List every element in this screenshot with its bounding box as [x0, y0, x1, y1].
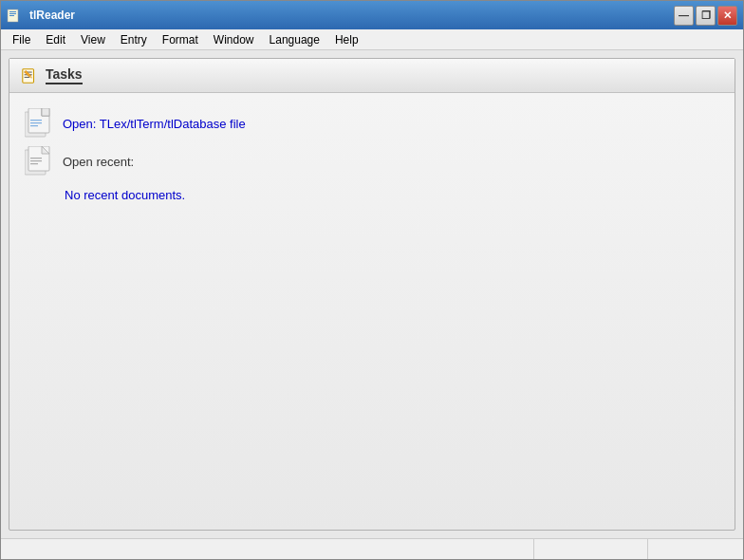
menu-format[interactable]: Format — [155, 31, 206, 48]
open-recent-icon — [25, 146, 53, 177]
menu-language[interactable]: Language — [262, 31, 327, 48]
svg-rect-16 — [30, 122, 42, 123]
open-recent-label: Open recent: — [63, 155, 134, 169]
tasks-title: Tasks — [46, 66, 83, 84]
open-recent-task[interactable]: Open recent: — [25, 146, 719, 177]
svg-rect-3 — [9, 15, 14, 16]
window-title: tlReader — [29, 9, 670, 22]
open-file-link[interactable]: Open: TLex/tlTerm/tlDatabase file — [63, 117, 246, 131]
main-area: Tasks — [1, 50, 743, 538]
open-file-task[interactable]: Open: TLex/tlTerm/tlDatabase file — [25, 108, 719, 139]
tasks-pencil-icon — [21, 67, 38, 84]
tasks-header: Tasks — [9, 59, 735, 93]
status-bar — [1, 538, 743, 559]
svg-rect-14 — [42, 108, 49, 116]
menu-view[interactable]: View — [73, 31, 113, 48]
svg-rect-15 — [30, 120, 42, 121]
menu-edit[interactable]: Edit — [38, 31, 73, 48]
svg-rect-1 — [9, 11, 16, 12]
svg-rect-22 — [30, 160, 42, 161]
main-window: tlReader — ❐ ✕ File Edit View Entry Form… — [0, 0, 744, 560]
menu-file[interactable]: File — [5, 31, 38, 48]
app-icon — [7, 8, 22, 23]
task-list: Open: TLex/tlTerm/tlDatabase file Op — [9, 93, 735, 221]
svg-rect-7 — [25, 76, 29, 77]
no-recent-text: No recent documents. — [25, 184, 719, 206]
menu-help[interactable]: Help — [327, 31, 366, 48]
menu-entry[interactable]: Entry — [113, 31, 155, 48]
content-panel: Tasks — [9, 58, 735, 531]
svg-rect-23 — [30, 163, 38, 164]
open-file-icon — [25, 108, 53, 139]
window-controls: — ❐ ✕ — [674, 6, 737, 26]
svg-rect-2 — [9, 13, 16, 14]
minimize-button[interactable]: — — [674, 6, 694, 26]
svg-rect-17 — [30, 125, 38, 126]
status-pane-2 — [534, 539, 648, 559]
status-pane-1 — [1, 539, 534, 559]
status-pane-3 — [648, 539, 743, 559]
svg-rect-21 — [30, 158, 42, 159]
menu-window[interactable]: Window — [206, 31, 262, 48]
restore-button[interactable]: ❐ — [696, 6, 716, 26]
close-button[interactable]: ✕ — [717, 6, 737, 26]
title-bar: tlReader — ❐ ✕ — [1, 1, 743, 29]
menu-bar: File Edit View Entry Format Window Langu… — [1, 29, 743, 50]
